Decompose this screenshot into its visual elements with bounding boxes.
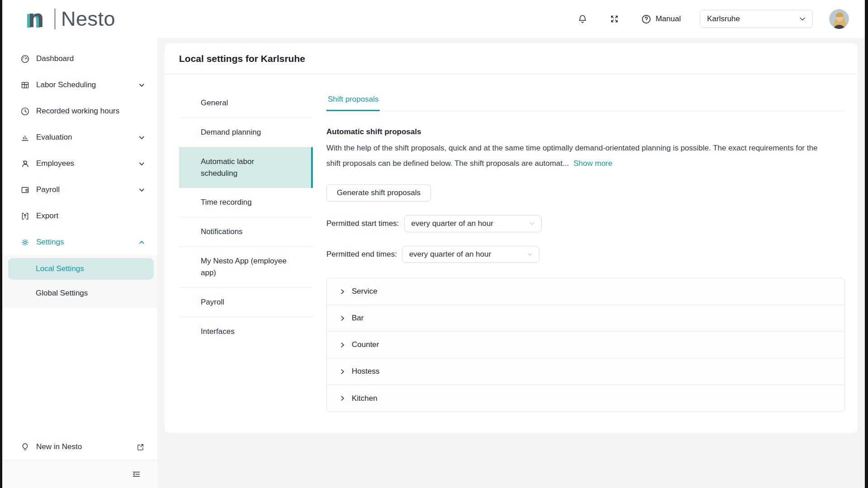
chevron-down-icon bbox=[529, 221, 535, 227]
top-bar: n n Nesto bbox=[2, 0, 865, 38]
screen-edge-right bbox=[865, 0, 868, 488]
select-value: every quarter of an hour bbox=[411, 219, 493, 228]
chevron-down-icon bbox=[799, 15, 806, 23]
nesto-logo[interactable]: n n Nesto bbox=[28, 5, 115, 33]
chevron-down-icon bbox=[139, 135, 145, 141]
new-in-nesto-label: New in Nesto bbox=[36, 442, 136, 451]
logo-n-mark: n n bbox=[28, 5, 52, 33]
accordion-row-label: Bar bbox=[352, 314, 363, 323]
chevron-down-icon bbox=[139, 161, 145, 167]
shift-sections-accordion: Service Bar Counter bbox=[326, 278, 845, 412]
permitted-end-times-field: Permitted end times: every quarter of an… bbox=[326, 246, 845, 263]
subnav-item-notifications[interactable]: Notifications bbox=[179, 217, 313, 247]
sidebar-item-label: Settings bbox=[36, 238, 135, 247]
sidebar: Dashboard Labor Scheduling bbox=[2, 38, 157, 488]
subnav-item-automatic-labor-scheduling[interactable]: Automatic labor scheduling bbox=[179, 147, 313, 188]
screen-edge-left bbox=[0, 0, 2, 488]
subnav-item-general[interactable]: General bbox=[179, 89, 313, 118]
accordion-row-label: Hostess bbox=[352, 367, 379, 376]
accordion-row-kitchen[interactable]: Kitchen bbox=[327, 385, 844, 412]
subnav-item-time-recording[interactable]: Time recording bbox=[179, 188, 313, 217]
notifications-button[interactable] bbox=[576, 12, 590, 26]
sidebar-item-export[interactable]: Export bbox=[2, 203, 157, 229]
permitted-end-times-select[interactable]: every quarter of an hour bbox=[402, 246, 539, 263]
lightbulb-icon bbox=[20, 442, 30, 452]
chevron-right-icon bbox=[340, 369, 345, 375]
sidebar-footer: New in Nesto bbox=[2, 434, 157, 488]
sidebar-item-label: Dashboard bbox=[36, 54, 145, 63]
submenu-item-label: Global Settings bbox=[36, 289, 88, 298]
accordion-row-service[interactable]: Service bbox=[327, 278, 844, 305]
user-avatar[interactable] bbox=[829, 9, 849, 29]
location-selector[interactable]: Karlsruhe bbox=[700, 10, 813, 28]
wallet-icon bbox=[20, 185, 30, 195]
tab-bar: Shift proposals bbox=[326, 89, 845, 111]
collapse-sidebar-icon bbox=[132, 469, 141, 479]
show-more-link[interactable]: Show more bbox=[573, 159, 612, 168]
location-value: Karlsruhe bbox=[707, 14, 740, 23]
generate-shift-proposals-button[interactable]: Generate shift proposals bbox=[326, 184, 431, 202]
sidebar-item-evaluation[interactable]: Evaluation bbox=[2, 124, 157, 150]
bar-chart-icon bbox=[20, 133, 30, 142]
page-title: Local settings for Karlsruhe bbox=[179, 53, 305, 64]
chevron-right-icon bbox=[340, 395, 345, 401]
new-in-nesto-link[interactable]: New in Nesto bbox=[2, 434, 157, 460]
section-heading: Automatic shift proposals bbox=[326, 127, 845, 136]
sidebar-item-label: Recorded working hours bbox=[36, 107, 145, 116]
manual-label: Manual bbox=[656, 14, 681, 23]
sidebar-item-payroll[interactable]: Payroll bbox=[2, 177, 157, 203]
subnav-item-interfaces[interactable]: Interfaces bbox=[179, 317, 313, 346]
permitted-start-times-field: Permitted start times: every quarter of … bbox=[326, 215, 845, 232]
schedule-icon bbox=[20, 80, 30, 90]
subnav-item-my-nesto-app[interactable]: My Nesto App (employee app) bbox=[179, 247, 313, 288]
sidebar-item-recorded-working-hours[interactable]: Recorded working hours bbox=[2, 98, 157, 124]
settings-subnav: General Demand planning Automatic labor … bbox=[179, 89, 313, 426]
submenu-item-label: Local Settings bbox=[36, 264, 84, 273]
chevron-right-icon bbox=[340, 342, 345, 348]
sidebar-item-label: Evaluation bbox=[36, 133, 135, 142]
section-description: With the help of the shift proposals, qu… bbox=[326, 141, 833, 171]
select-value: every quarter of an hour bbox=[409, 250, 491, 259]
sidebar-item-local-settings[interactable]: Local Settings bbox=[8, 258, 154, 280]
tab-content: Shift proposals Automatic shift proposal… bbox=[326, 89, 845, 426]
sidebar-item-dashboard[interactable]: Dashboard bbox=[2, 46, 157, 72]
accordion-row-label: Kitchen bbox=[352, 394, 377, 403]
user-icon bbox=[20, 159, 30, 169]
manual-link[interactable]: Manual bbox=[641, 14, 681, 24]
accordion-row-label: Service bbox=[352, 287, 377, 296]
field-label: Permitted end times: bbox=[326, 250, 397, 259]
subnav-item-payroll[interactable]: Payroll bbox=[179, 288, 313, 317]
header-controls: Manual Karlsruhe bbox=[576, 0, 849, 38]
sidebar-item-employees[interactable]: Employees bbox=[2, 150, 157, 177]
sidebar-item-settings[interactable]: Settings bbox=[2, 229, 157, 255]
accordion-row-hostess[interactable]: Hostess bbox=[327, 358, 844, 385]
accordion-row-bar[interactable]: Bar bbox=[327, 305, 844, 332]
export-icon bbox=[20, 211, 30, 221]
chevron-down-icon bbox=[139, 82, 145, 88]
chevron-right-icon bbox=[340, 289, 345, 295]
settings-submenu: Local Settings Global Settings bbox=[2, 255, 157, 308]
bell-icon bbox=[577, 14, 588, 24]
logo-divider bbox=[54, 9, 56, 29]
card-header: Local settings for Karlsruhe bbox=[165, 43, 858, 74]
field-label: Permitted start times: bbox=[326, 219, 399, 228]
sidebar-item-global-settings[interactable]: Global Settings bbox=[2, 282, 157, 304]
chevron-down-icon bbox=[139, 187, 145, 193]
sidebar-item-label: Payroll bbox=[36, 185, 135, 194]
logo-wordmark: Nesto bbox=[61, 7, 115, 31]
accordion-row-counter[interactable]: Counter bbox=[327, 332, 844, 358]
fullscreen-button[interactable] bbox=[608, 12, 621, 26]
sidebar-collapse-strip bbox=[2, 460, 157, 488]
tab-shift-proposals[interactable]: Shift proposals bbox=[326, 89, 380, 111]
clock-icon bbox=[20, 107, 30, 116]
sidebar-item-labor-scheduling[interactable]: Labor Scheduling bbox=[2, 72, 157, 98]
permitted-start-times-select[interactable]: every quarter of an hour bbox=[404, 215, 542, 232]
subnav-item-demand-planning[interactable]: Demand planning bbox=[179, 118, 313, 147]
chevron-down-icon bbox=[527, 251, 533, 258]
chevron-up-icon bbox=[139, 239, 145, 245]
settings-card: Local settings for Karlsruhe General Dem… bbox=[165, 43, 858, 433]
external-link-icon bbox=[136, 443, 145, 451]
main-area: Local settings for Karlsruhe General Dem… bbox=[157, 38, 865, 488]
collapse-sidebar-button[interactable] bbox=[130, 468, 143, 481]
sidebar-item-label: Employees bbox=[36, 159, 135, 168]
